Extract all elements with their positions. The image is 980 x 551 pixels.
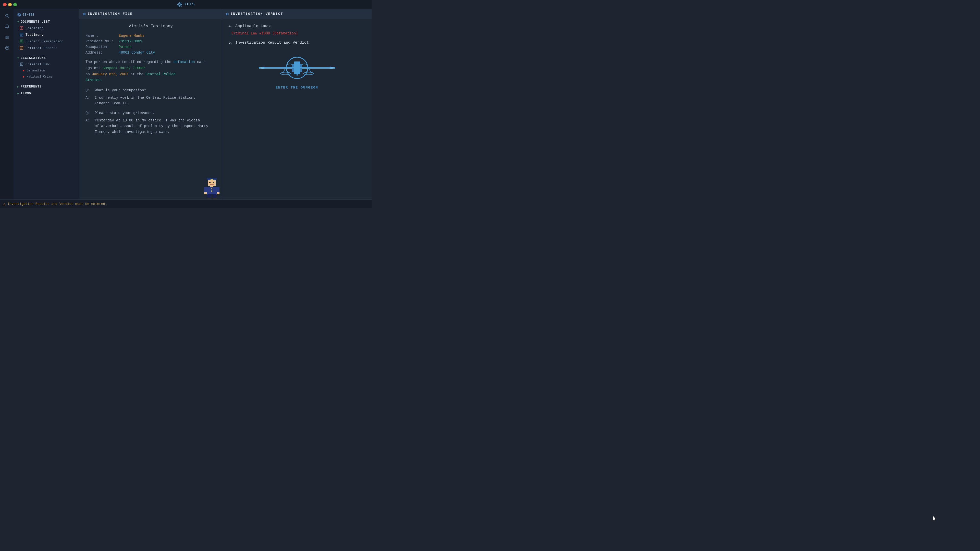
testimony-icon <box>19 33 24 37</box>
investigation-file-panel: ◧ INVESTIGATION FILE Victim's Testimony … <box>80 9 222 208</box>
character-sprite <box>202 176 222 200</box>
minimize-button[interactable] <box>8 3 12 6</box>
svg-point-48 <box>304 72 313 75</box>
svg-marker-39 <box>330 67 335 69</box>
qa-block-1: Q: What is your occupation? A: I current… <box>86 87 216 106</box>
inv-file-header: ◧ INVESTIGATION FILE <box>80 9 222 19</box>
close-button[interactable] <box>3 3 6 6</box>
occupation-row: Occupation: Police <box>86 45 216 49</box>
inv-file-content: Victim's Testimony Name : Eugene Hanks R… <box>80 19 222 197</box>
habitual-crime-bullet: ● <box>22 75 24 79</box>
question-2: Q: Please state your grievance. <box>86 110 216 116</box>
answer-1: A: I currently work in the Central Polic… <box>86 95 216 106</box>
svg-rect-20 <box>213 182 215 183</box>
resident-no-row: Resident No.: 791212-0001 <box>86 39 216 43</box>
svg-marker-38 <box>259 67 264 69</box>
defamation-link: defamation <box>173 60 195 64</box>
name-row: Name : Eugene Hanks <box>86 34 216 38</box>
applicable-laws-section: 4. Applicable Laws: Criminal Law #1000 (… <box>228 24 366 35</box>
document-title: Victim's Testimony <box>86 24 216 29</box>
sidebar-item-criminal-records[interactable]: Criminal Records <box>14 44 79 51</box>
resident-label: Resident No.: <box>86 39 119 43</box>
applicable-laws-label: 4. Applicable Laws: <box>228 24 366 28</box>
criminal-records-icon <box>19 46 24 50</box>
criminal-law-icon <box>19 62 24 66</box>
address-part2: Condor City <box>131 51 155 55</box>
sidebar-item-criminal-law[interactable]: Criminal Law <box>14 61 79 68</box>
legislations-header: ▼ LEGISLATIONS <box>14 54 79 61</box>
svg-point-3 <box>7 37 8 38</box>
inv-verdict-header: ◧ INVESTIGATION VERDICT <box>222 9 372 19</box>
svg-point-8 <box>18 14 20 16</box>
resident-value: 791212-0001 <box>119 39 142 43</box>
svg-rect-25 <box>211 190 212 191</box>
inv-file-icon: ◧ <box>83 12 86 16</box>
documents-list-header: ▼ DOCUMENTS LIST <box>14 18 79 25</box>
qa-block-2: Q: Please state your grievance. A: Yeste… <box>86 110 216 135</box>
sidebar-item-testimony[interactable]: Testimony <box>14 32 79 38</box>
content-area: ◧ INVESTIGATION FILE Victim's Testimony … <box>80 9 372 208</box>
app-icon <box>177 2 183 7</box>
svg-rect-30 <box>217 192 220 194</box>
svg-point-0 <box>179 3 181 6</box>
bell-icon-btn[interactable] <box>3 22 12 31</box>
sidebar-item-suspect-exam[interactable]: Suspect Examination <box>14 38 79 44</box>
maximize-button[interactable] <box>13 3 17 6</box>
investigation-verdict-panel: ◧ INVESTIGATION VERDICT 4. Applicable La… <box>222 9 372 208</box>
svg-point-7 <box>18 13 21 16</box>
result-verdict-section: 5. Investigation Result and Verdict: <box>228 41 366 45</box>
result-verdict-label: 5. Investigation Result and Verdict: <box>228 41 366 45</box>
svg-rect-24 <box>211 188 212 189</box>
settings-icon-btn[interactable] <box>3 33 12 42</box>
address-part1: 48001 <box>119 51 129 55</box>
svg-point-2 <box>6 36 6 37</box>
precedents-header[interactable]: ▶ PRECEDENTS <box>14 83 79 89</box>
dungeon-illustration <box>256 50 338 86</box>
occupation-value: Police <box>119 45 131 49</box>
sidebar-item-complaint[interactable]: Complaint <box>14 25 79 32</box>
sidebar-item-habitual-crime[interactable]: ● Habitual Crime <box>14 74 79 80</box>
svg-rect-29 <box>204 192 207 194</box>
case-id: 02-002 <box>14 11 79 18</box>
svg-rect-28 <box>217 187 220 193</box>
title-bar: KCIS <box>0 0 372 9</box>
window-controls <box>3 3 17 6</box>
warning-icon: ⚠ <box>3 202 6 206</box>
sidebar-item-defamation[interactable]: ● Defamation <box>14 68 79 74</box>
svg-rect-32 <box>213 194 216 198</box>
inv-verdict-icon: ◧ <box>226 12 228 16</box>
character-sprite-area <box>202 176 222 200</box>
name-value: Eugene Hanks <box>119 34 145 38</box>
svg-rect-22 <box>210 186 213 187</box>
dungeon-label: ENTER THE DUNGEON <box>275 86 318 89</box>
dungeon-area[interactable]: ENTER THE DUNGEON <box>228 50 366 89</box>
svg-rect-14 <box>21 63 23 65</box>
date-link: January 6th, 2007 <box>92 72 128 76</box>
answer-2: A: Yesterday at 18:00 in my office, I wa… <box>86 118 216 135</box>
svg-rect-31 <box>207 194 211 198</box>
svg-rect-26 <box>211 191 212 192</box>
address-label: Address: <box>86 51 119 55</box>
svg-point-49 <box>296 64 299 67</box>
svg-rect-27 <box>204 187 207 193</box>
search-icon-btn[interactable] <box>3 11 12 21</box>
svg-point-47 <box>280 72 291 75</box>
svg-point-6 <box>7 49 7 49</box>
station-link: Central Police <box>145 72 176 76</box>
applicable-laws-value: Criminal Law #1000 (Defamation) <box>228 32 366 35</box>
address-row: Address: 48001 Condor City <box>86 51 216 55</box>
terms-header[interactable]: ▶ TERMS <box>14 89 79 96</box>
complaint-icon <box>19 26 24 30</box>
name-label: Name : <box>86 34 119 38</box>
defamation-bullet: ● <box>22 68 24 73</box>
help-icon-btn[interactable] <box>3 43 12 52</box>
suspect-link: suspect <box>103 66 118 70</box>
occupation-label: Occupation: <box>86 45 119 49</box>
suspect-exam-icon <box>19 39 24 43</box>
main-layout: 02-002 ▼ DOCUMENTS LIST Complaint <box>0 9 372 208</box>
icon-bar <box>0 9 14 208</box>
warning-message: Investigation Results and Verdict must b… <box>8 202 107 206</box>
svg-rect-18 <box>208 180 216 186</box>
harry-zimmer-link: Harry Zimmer <box>120 66 145 70</box>
svg-rect-21 <box>210 184 213 185</box>
